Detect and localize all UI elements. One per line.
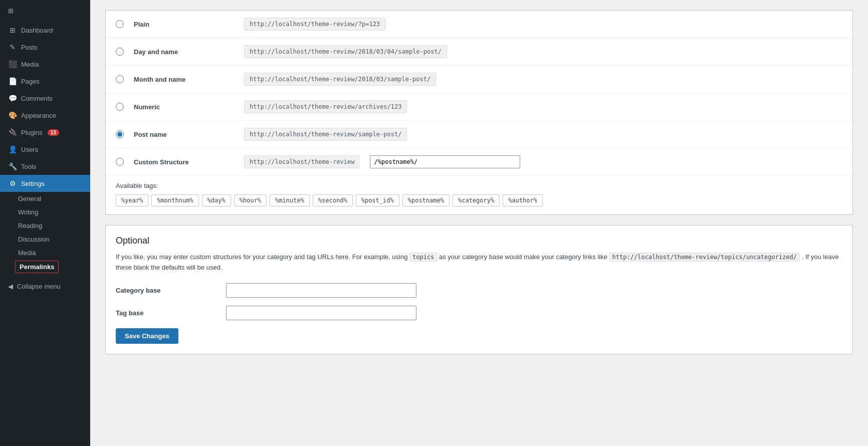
tag-base-input[interactable] [226, 306, 416, 320]
posts-icon: ✎ [8, 43, 17, 51]
permalink-row-plain: Plain http://localhost/theme-review/?p=1… [106, 11, 852, 38]
tag-button[interactable]: %year% [116, 194, 148, 206]
category-base-label: Category base [116, 287, 216, 294]
tag-button[interactable]: %hour% [234, 194, 267, 206]
permalink-label-post-name[interactable]: Post name [134, 131, 234, 138]
sidebar-item-label: Media [21, 61, 39, 68]
submenu-item-discussion[interactable]: Discussion [0, 233, 90, 246]
submenu-item-general[interactable]: General [0, 192, 90, 205]
dashboard-icon: ⊞ [8, 26, 17, 34]
permalink-url-custom-prefix: http://localhost/theme-review [244, 155, 360, 168]
main-content: Plain http://localhost/theme-review/?p=1… [90, 0, 868, 446]
permalink-url-day-name: http://localhost/theme-review/2018/03/04… [244, 45, 447, 58]
submenu-item-permalinks[interactable]: Permalinks [15, 261, 59, 273]
pages-icon: 📄 [8, 77, 17, 85]
permalink-radio-numeric[interactable] [116, 103, 124, 111]
permalink-row-custom: Custom Structure http://localhost/theme-… [106, 148, 852, 176]
sidebar-item-comments[interactable]: 💬 Comments [0, 90, 90, 107]
permalink-url-month-name: http://localhost/theme-review/2018/03/sa… [244, 73, 436, 86]
tools-icon: 🔧 [8, 162, 17, 170]
topics-code: topics [409, 253, 437, 262]
tag-button[interactable]: %postname% [402, 194, 450, 206]
sidebar-item-label: Plugins [21, 129, 43, 136]
permalink-label-day-name[interactable]: Day and name [134, 48, 234, 56]
wp-logo-icon: ⊞ [8, 7, 14, 15]
available-tags-label: Available tags: [116, 182, 842, 189]
sidebar-item-label: Posts [21, 44, 38, 51]
submenu-item-reading[interactable]: Reading [0, 219, 90, 233]
submenu-item-writing[interactable]: Writing [0, 205, 90, 219]
permalink-radio-plain[interactable] [116, 20, 124, 28]
permalink-label-custom[interactable]: Custom Structure [134, 158, 234, 166]
permalink-radio-day-name[interactable] [116, 48, 124, 56]
permalink-radio-month-name[interactable] [116, 75, 124, 83]
sidebar-item-media[interactable]: ⬛ Media [0, 56, 90, 73]
sidebar-item-label: Users [21, 146, 38, 153]
sidebar-item-label: Comments [21, 95, 53, 102]
users-icon: 👤 [8, 145, 17, 153]
sidebar-item-settings[interactable]: ⚙ Settings [0, 175, 90, 192]
sidebar-item-label: Tools [21, 163, 36, 170]
permalink-row-numeric: Numeric http://localhost/theme-review/ar… [106, 93, 852, 121]
permalink-row-post-name: Post name http://localhost/theme-review/… [106, 121, 852, 148]
sidebar-item-label: Settings [21, 180, 45, 187]
sidebar-logo: ⊞ [0, 0, 90, 22]
optional-desc-before: If you like, you may enter custom struct… [116, 253, 407, 261]
plugins-icon: 🔌 [8, 128, 17, 136]
optional-description: If you like, you may enter custom struct… [116, 252, 842, 273]
tag-button[interactable]: %category% [453, 194, 500, 206]
tag-button[interactable]: %second% [313, 194, 353, 206]
permalink-radio-post-name[interactable] [116, 130, 124, 138]
permalink-url-numeric: http://localhost/theme-review/archives/1… [244, 100, 407, 113]
optional-desc-middle: as your category base would make your ca… [439, 253, 607, 261]
comments-icon: 💬 [8, 94, 17, 102]
tag-base-row: Tag base [116, 306, 842, 320]
permalink-options-table: Plain http://localhost/theme-review/?p=1… [105, 10, 853, 215]
example-url: http://localhost/theme-review/topics/unc… [609, 253, 800, 262]
collapse-menu-button[interactable]: ◀ Collapse menu [0, 278, 90, 295]
tag-button[interactable]: %day% [202, 194, 231, 206]
category-base-row: Category base [116, 283, 842, 298]
sidebar-item-plugins[interactable]: 🔌 Plugins 13 [0, 124, 90, 141]
category-base-input[interactable] [226, 283, 416, 298]
permalink-label-numeric[interactable]: Numeric [134, 103, 234, 111]
sidebar-item-pages[interactable]: 📄 Pages [0, 73, 90, 90]
permalink-url-post-name: http://localhost/theme-review/sample-pos… [244, 128, 407, 141]
optional-section: Optional If you like, you may enter cust… [105, 225, 853, 354]
plugins-badge: 13 [48, 129, 59, 136]
tag-button[interactable]: %monthnum% [151, 194, 198, 206]
submenu-item-media[interactable]: Media [0, 246, 90, 260]
media-icon: ⬛ [8, 60, 17, 68]
available-tags-section: Available tags: %year%%monthnum%%day%%ho… [106, 176, 852, 214]
sidebar: ⊞ ⊞ Dashboard ✎ Posts ⬛ Media 📄 Pages 💬 … [0, 0, 90, 446]
sidebar-item-label: Dashboard [21, 27, 53, 34]
permalink-radio-custom[interactable] [116, 158, 124, 166]
settings-icon: ⚙ [8, 179, 17, 187]
sidebar-item-appearance[interactable]: 🎨 Appearance [0, 107, 90, 124]
tag-base-label: Tag base [116, 309, 216, 317]
permalink-url-plain: http://localhost/theme-review/?p=123 [244, 18, 385, 31]
permalink-row-month-name: Month and name http://localhost/theme-re… [106, 66, 852, 93]
collapse-icon: ◀ [8, 283, 13, 290]
permalink-row-day-name: Day and name http://localhost/theme-revi… [106, 38, 852, 66]
save-changes-button[interactable]: Save Changes [116, 328, 178, 344]
tags-list: %year%%monthnum%%day%%hour%%minute%%seco… [116, 194, 842, 206]
tag-button[interactable]: %post_id% [356, 194, 399, 206]
appearance-icon: 🎨 [8, 111, 17, 119]
tag-button[interactable]: %minute% [270, 194, 310, 206]
sidebar-item-posts[interactable]: ✎ Posts [0, 39, 90, 56]
sidebar-item-users[interactable]: 👤 Users [0, 141, 90, 158]
sidebar-item-dashboard[interactable]: ⊞ Dashboard [0, 22, 90, 39]
tag-button[interactable]: %author% [503, 194, 543, 206]
permalink-label-month-name[interactable]: Month and name [134, 76, 234, 83]
sidebar-item-tools[interactable]: 🔧 Tools [0, 158, 90, 175]
permalink-label-plain[interactable]: Plain [134, 21, 234, 28]
sidebar-item-label: Appearance [21, 112, 56, 119]
settings-submenu: General Writing Reading Discussion Media… [0, 192, 90, 274]
custom-structure-input[interactable] [370, 155, 520, 168]
collapse-menu-label: Collapse menu [17, 283, 61, 290]
optional-title: Optional [116, 236, 842, 246]
sidebar-item-label: Pages [21, 78, 40, 85]
